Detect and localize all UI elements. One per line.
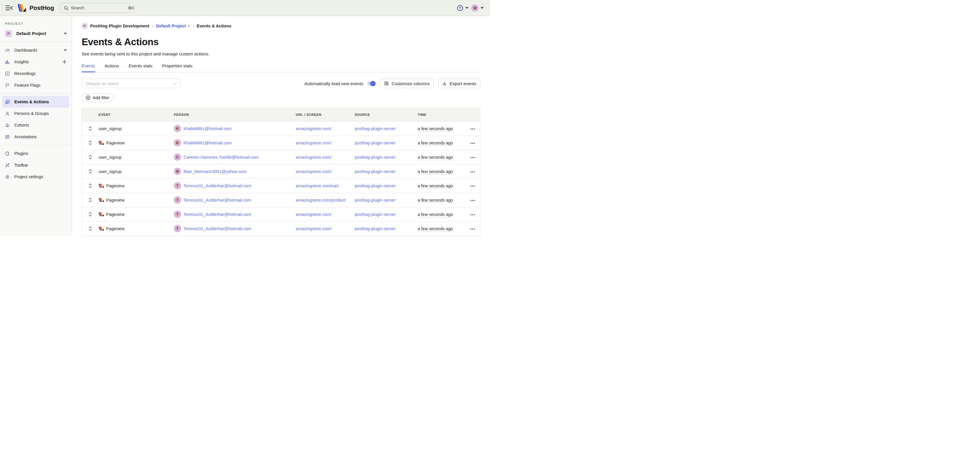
breadcrumb-org[interactable]: PostHog Plugin Development [90,24,150,28]
sidebar-item-persons-groups[interactable]: Persons & Groups [0,108,72,119]
expand-row-icon[interactable] [88,226,92,231]
expand-row-icon[interactable] [88,212,92,217]
breadcrumb-project[interactable]: Default Project [156,24,190,28]
tab-events-stats[interactable]: Events stats [129,63,153,72]
row-more-button[interactable]: ••• [470,184,476,188]
table-row: Pageview T Terence31_Aufderhar@hotmail.c… [82,207,480,222]
customize-columns-button[interactable]: Customize columns [380,79,434,88]
row-more-button[interactable]: ••• [470,169,476,174]
sidebar-item-toolbar[interactable]: Toolbar [0,159,72,171]
source-link[interactable]: posthog-plugin-server [355,140,396,145]
sidebar-item-annotations[interactable]: Annotations [0,131,72,143]
project-switcher[interactable]: P Default Project [0,28,72,39]
expand-row-icon[interactable] [88,183,92,188]
person-link[interactable]: Terence31_Aufderhar@hotmail.com [183,212,251,217]
pageview-logomark-icon [99,184,104,188]
user-menu-button[interactable]: M [471,4,484,12]
source-link[interactable]: posthog-plugin-server [355,183,396,188]
source-link[interactable]: posthog-plugin-server [355,226,396,231]
tab-properties-stats[interactable]: Properties stats [162,63,192,72]
chevron-down-icon[interactable] [64,49,67,51]
source-link[interactable]: posthog-plugin-server [355,212,396,217]
url-link[interactable]: amazingstore.com/cart [296,183,339,188]
row-more-button[interactable]: ••• [470,127,476,131]
table-row: user_signup B Blair_Weimann3051@yahoo.co… [82,164,480,179]
expand-row-icon[interactable] [88,155,92,159]
export-events-button[interactable]: Export events [438,79,480,88]
url-link[interactable]: amazingstore.com/ [296,169,332,174]
sidebar-item-recordings[interactable]: Recordings [0,68,72,79]
sidebar-item-label: Toolbar [14,163,28,167]
autoload-toggle[interactable] [368,81,375,86]
url-link[interactable]: amazingstore.com/product [296,198,346,203]
add-filter-button[interactable]: Add filter [82,93,113,102]
table-controls: Choose an event Automatically load new e… [82,79,480,88]
download-icon [442,81,447,86]
top-bar: PostHog ⌘K ? M [0,0,490,16]
search-box[interactable]: ⌘K [60,3,130,13]
comment-icon [5,134,10,139]
url-link[interactable]: amazingstore.com/ [296,126,332,131]
url-link[interactable]: amazingstore.com/ [296,212,332,217]
posthog-logo[interactable]: PostHog [18,4,54,12]
url-link[interactable]: amazingstore.com/ [296,226,332,231]
source-link[interactable]: posthog-plugin-server [355,198,396,203]
project-name: Default Project [16,31,46,36]
url-link[interactable]: amazingstore.com/ [296,140,332,145]
person-link[interactable]: Blair_Weimann3051@yahoo.com [183,169,247,174]
gauge-icon [5,48,10,53]
person-link[interactable]: Khalid4861@hotmail.com [183,140,232,145]
project-badge: P [5,30,12,37]
divider [0,93,72,94]
source-link[interactable]: posthog-plugin-server [355,169,396,174]
sidebar-item-label: Insights [14,59,29,64]
sidebar-item-plugins[interactable]: Plugins [0,148,72,159]
sidebar-item-project-settings[interactable]: Project settings [0,171,72,183]
expand-row-icon[interactable] [88,169,92,174]
person-link[interactable]: Terence31_Aufderhar@hotmail.com [183,198,251,203]
sidebar-item-feature-flags[interactable]: Feature Flags [0,79,72,91]
person-link[interactable]: Khalid4861@hotmail.com [183,126,232,131]
sidebar-item-insights[interactable]: Insights [0,56,72,68]
add-filter-label: Add filter [93,96,110,100]
table-row: Pageview T Terence31_Aufderhar@hotmail.c… [82,193,480,207]
search-input[interactable] [71,6,126,10]
person-link[interactable]: Terence31_Aufderhar@hotmail.com [183,226,251,231]
toggle-knob [370,81,375,86]
new-insight-plus-icon[interactable] [62,59,67,64]
expand-row-icon[interactable] [88,140,92,145]
row-more-button[interactable]: ••• [470,198,476,203]
sidebar-collapse-icon[interactable] [5,4,13,12]
person-link[interactable]: Carleton.Hammes.Yost56@hotmail.com [183,155,259,159]
sidebar-item-dashboards[interactable]: Dashboards [0,44,72,56]
event-time: a few seconds ago [418,183,453,189]
source-link[interactable]: posthog-plugin-server [355,126,396,131]
row-more-button[interactable]: ••• [470,226,476,231]
main-content: P PostHog Plugin Development › Default P… [72,16,490,236]
expand-row-icon[interactable] [88,198,92,202]
sidebar-item-cohorts[interactable]: Cohorts [0,119,72,131]
sidebar: PROJECT P Default Project Dashboards Ins… [0,16,72,236]
row-more-button[interactable]: ••• [470,141,476,145]
url-link[interactable]: amazingstore.com/ [296,155,332,159]
tab-actions[interactable]: Actions [105,63,119,72]
row-more-button[interactable]: ••• [470,155,476,159]
event-time: a few seconds ago [418,140,453,146]
bar-chart-icon [5,59,10,64]
sidebar-item-events-actions[interactable]: A Events & Actions [2,96,69,108]
column-header-person: Person [174,108,296,121]
help-menu-button[interactable]: ? [457,5,468,11]
event-time: a few seconds ago [418,169,453,174]
event-name: Pageview [106,198,124,203]
column-header-url: URL / Screen [296,108,355,121]
tab-events[interactable]: Events [82,63,95,72]
expand-row-icon[interactable] [88,126,92,131]
person-icon [5,111,10,116]
row-more-button[interactable]: ••• [470,212,476,217]
chevron-down-icon [466,7,468,9]
person-link[interactable]: Terence31_Aufderhar@hotmail.com [183,183,251,188]
page-description: See events being sent to this project an… [82,51,480,56]
event-select[interactable]: Choose an event [82,79,181,88]
sidebar-item-label: Recordings [14,71,36,76]
source-link[interactable]: posthog-plugin-server [355,155,396,159]
